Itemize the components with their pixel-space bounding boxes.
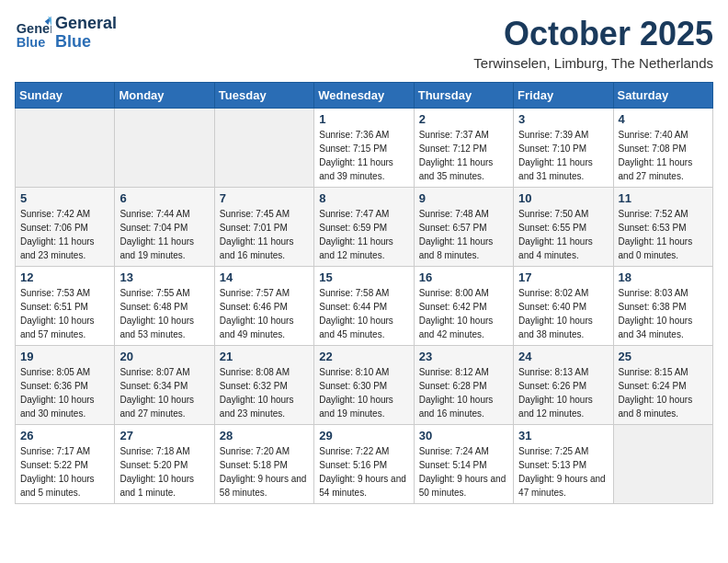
day-number: 18 [619,270,708,284]
day-info: Sunrise: 7:58 AM Sunset: 6:44 PM Dayligh… [319,286,408,341]
day-info: Sunrise: 7:18 AM Sunset: 5:20 PM Dayligh… [119,444,209,500]
day-info: Sunrise: 7:45 AM Sunset: 7:01 PM Dayligh… [220,207,309,262]
day-number: 3 [518,112,608,126]
day-number: 21 [220,350,309,363]
day-cell: 9Sunrise: 7:48 AM Sunset: 6:57 PM Daylig… [414,188,513,267]
day-cell: 23Sunrise: 8:12 AM Sunset: 6:28 PM Dayli… [414,346,513,425]
weekday-header-friday: Friday [514,83,613,109]
day-cell: 5Sunrise: 7:42 AM Sunset: 7:06 PM Daylig… [16,188,115,267]
day-number: 17 [518,270,608,284]
svg-text:Blue: Blue [17,35,45,50]
day-number: 7 [220,191,309,205]
weekday-header-saturday: Saturday [613,83,712,109]
day-number: 16 [419,270,508,284]
day-number: 9 [419,191,508,205]
day-cell: 20Sunrise: 8:07 AM Sunset: 6:34 PM Dayli… [115,346,214,425]
day-cell: 17Sunrise: 8:02 AM Sunset: 6:40 PM Dayli… [514,267,613,346]
logo-general: General [55,15,117,33]
day-info: Sunrise: 7:44 AM Sunset: 7:04 PM Dayligh… [119,207,209,262]
logo-icon: General Blue [15,15,51,52]
day-info: Sunrise: 7:48 AM Sunset: 6:57 PM Dayligh… [419,207,508,262]
day-cell: 8Sunrise: 7:47 AM Sunset: 6:59 PM Daylig… [314,188,414,267]
weekday-header-tuesday: Tuesday [214,83,313,109]
week-row-2: 5Sunrise: 7:42 AM Sunset: 7:06 PM Daylig… [16,188,713,267]
logo-text: General Blue [55,15,117,52]
day-cell: 24Sunrise: 8:13 AM Sunset: 6:26 PM Dayli… [514,346,613,425]
day-info: Sunrise: 7:52 AM Sunset: 6:53 PM Dayligh… [619,207,708,262]
day-number: 26 [20,429,109,442]
day-number: 27 [119,429,209,442]
day-info: Sunrise: 7:36 AM Sunset: 7:15 PM Dayligh… [319,128,408,183]
day-info: Sunrise: 7:53 AM Sunset: 6:51 PM Dayligh… [20,286,109,341]
day-number: 24 [518,350,608,363]
day-cell: 18Sunrise: 8:03 AM Sunset: 6:38 PM Dayli… [613,267,712,346]
weekday-header-sunday: Sunday [16,83,115,109]
weekday-header-thursday: Thursday [414,83,513,109]
week-row-3: 12Sunrise: 7:53 AM Sunset: 6:51 PM Dayli… [16,267,713,346]
day-info: Sunrise: 7:57 AM Sunset: 6:46 PM Dayligh… [220,286,309,341]
day-cell: 14Sunrise: 7:57 AM Sunset: 6:46 PM Dayli… [214,267,313,346]
weekday-header-wednesday: Wednesday [314,83,414,109]
day-number: 19 [20,350,109,363]
day-cell: 11Sunrise: 7:52 AM Sunset: 6:53 PM Dayli… [613,188,712,267]
day-cell: 30Sunrise: 7:24 AM Sunset: 5:14 PM Dayli… [414,425,513,504]
day-info: Sunrise: 7:39 AM Sunset: 7:10 PM Dayligh… [518,128,608,183]
day-number: 20 [119,350,209,363]
day-info: Sunrise: 8:00 AM Sunset: 6:42 PM Dayligh… [419,286,508,341]
day-number: 22 [319,350,408,363]
calendar-table: SundayMondayTuesdayWednesdayThursdayFrid… [15,82,713,504]
day-cell: 12Sunrise: 7:53 AM Sunset: 6:51 PM Dayli… [16,267,115,346]
logo: General Blue General Blue [15,15,117,52]
day-cell [214,109,313,188]
day-info: Sunrise: 8:15 AM Sunset: 6:24 PM Dayligh… [619,365,708,420]
day-number: 31 [518,429,608,442]
day-number: 10 [518,191,608,205]
logo-blue: Blue [55,33,117,52]
day-info: Sunrise: 8:03 AM Sunset: 6:38 PM Dayligh… [619,286,708,341]
day-info: Sunrise: 7:25 AM Sunset: 5:13 PM Dayligh… [518,444,608,500]
day-number: 8 [319,191,408,205]
day-info: Sunrise: 7:55 AM Sunset: 6:48 PM Dayligh… [119,286,209,341]
day-info: Sunrise: 8:08 AM Sunset: 6:32 PM Dayligh… [220,365,309,420]
day-number: 23 [419,350,508,363]
day-info: Sunrise: 7:40 AM Sunset: 7:08 PM Dayligh… [619,128,708,183]
day-cell: 16Sunrise: 8:00 AM Sunset: 6:42 PM Dayli… [414,267,513,346]
day-cell: 10Sunrise: 7:50 AM Sunset: 6:55 PM Dayli… [514,188,613,267]
day-cell: 7Sunrise: 7:45 AM Sunset: 7:01 PM Daylig… [214,188,313,267]
svg-text:General: General [17,21,51,36]
day-cell [16,109,115,188]
title-block: October 2025 Terwinselen, Limburg, The N… [473,15,713,71]
day-cell: 21Sunrise: 8:08 AM Sunset: 6:32 PM Dayli… [214,346,313,425]
weekday-header-row: SundayMondayTuesdayWednesdayThursdayFrid… [16,83,713,109]
month-title: October 2025 [473,15,713,53]
day-info: Sunrise: 7:24 AM Sunset: 5:14 PM Dayligh… [419,444,508,500]
day-number: 12 [20,270,109,284]
day-cell [115,109,214,188]
day-info: Sunrise: 7:50 AM Sunset: 6:55 PM Dayligh… [518,207,608,262]
day-number: 14 [220,270,309,284]
day-cell: 31Sunrise: 7:25 AM Sunset: 5:13 PM Dayli… [514,425,613,504]
day-info: Sunrise: 8:07 AM Sunset: 6:34 PM Dayligh… [119,365,209,420]
day-info: Sunrise: 8:02 AM Sunset: 6:40 PM Dayligh… [518,286,608,341]
day-number: 29 [319,429,408,442]
day-number: 28 [220,429,309,442]
day-number: 2 [419,112,508,126]
day-info: Sunrise: 8:13 AM Sunset: 6:26 PM Dayligh… [518,365,608,420]
day-cell: 4Sunrise: 7:40 AM Sunset: 7:08 PM Daylig… [613,109,712,188]
day-cell: 13Sunrise: 7:55 AM Sunset: 6:48 PM Dayli… [115,267,214,346]
day-cell: 28Sunrise: 7:20 AM Sunset: 5:18 PM Dayli… [214,425,313,504]
day-number: 30 [419,429,508,442]
day-cell: 19Sunrise: 8:05 AM Sunset: 6:36 PM Dayli… [16,346,115,425]
day-info: Sunrise: 7:47 AM Sunset: 6:59 PM Dayligh… [319,207,408,262]
day-cell: 15Sunrise: 7:58 AM Sunset: 6:44 PM Dayli… [314,267,414,346]
day-cell [613,425,712,504]
day-number: 15 [319,270,408,284]
week-row-5: 26Sunrise: 7:17 AM Sunset: 5:22 PM Dayli… [16,425,713,504]
week-row-1: 1Sunrise: 7:36 AM Sunset: 7:15 PM Daylig… [16,109,713,188]
day-number: 13 [119,270,209,284]
day-number: 11 [619,191,708,205]
location-title: Terwinselen, Limburg, The Netherlands [473,55,713,71]
day-cell: 3Sunrise: 7:39 AM Sunset: 7:10 PM Daylig… [514,109,613,188]
day-cell: 6Sunrise: 7:44 AM Sunset: 7:04 PM Daylig… [115,188,214,267]
day-cell: 27Sunrise: 7:18 AM Sunset: 5:20 PM Dayli… [115,425,214,504]
